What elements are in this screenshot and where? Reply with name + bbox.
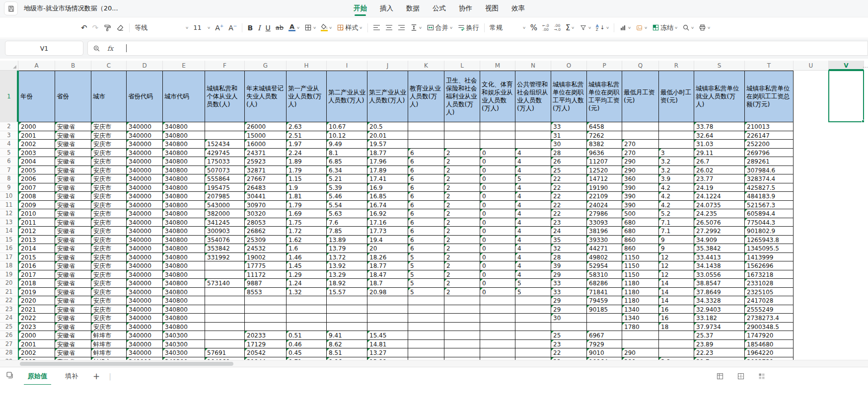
cell-K7[interactable]: 6: [408, 166, 444, 175]
cell-P22[interactable]: 79459: [587, 296, 622, 305]
cell-R25[interactable]: 18: [659, 323, 694, 332]
cell-L5[interactable]: 2: [444, 149, 480, 158]
cell-J15[interactable]: 19.4: [367, 236, 408, 245]
cell-S11[interactable]: 24.0735: [694, 201, 745, 210]
cell-G9[interactable]: 26483: [245, 183, 287, 192]
cell-O5[interactable]: 28: [551, 149, 587, 158]
cell-B25[interactable]: 安徽省: [55, 323, 91, 332]
cell-H10[interactable]: 1.81: [287, 192, 327, 201]
cell-N3[interactable]: [515, 131, 551, 140]
bold-button[interactable]: B: [247, 24, 253, 32]
cell-J13[interactable]: 17.16: [367, 218, 408, 227]
cell-E2[interactable]: 340800: [163, 122, 205, 131]
cell-J6[interactable]: 17.96: [367, 157, 408, 166]
cell-L24[interactable]: [444, 314, 480, 323]
cell-P24[interactable]: [587, 314, 622, 323]
insert-chart-button[interactable]: ∨: [619, 24, 631, 31]
cell-P3[interactable]: 7262: [587, 131, 622, 140]
cell-D16[interactable]: 340000: [127, 244, 163, 253]
cell-E27[interactable]: 340300: [163, 340, 205, 349]
cell-K26[interactable]: [408, 331, 444, 340]
cell-P5[interactable]: 9636: [587, 149, 622, 158]
cell-A6[interactable]: 2004: [18, 157, 55, 166]
cell-O27[interactable]: 23: [551, 340, 587, 349]
menu-tab-6[interactable]: 视图: [485, 0, 499, 17]
cell-M25[interactable]: [480, 323, 515, 332]
row-header-23[interactable]: 23: [0, 305, 18, 314]
cell-A24[interactable]: 2022: [18, 314, 55, 323]
cell-E21[interactable]: 340800: [163, 288, 205, 297]
cell-T7[interactable]: 307984.6: [745, 166, 794, 175]
cell-D3[interactable]: 340000: [127, 131, 163, 140]
cell-D2[interactable]: 340000: [127, 122, 163, 131]
cell-F20[interactable]: 573140: [205, 279, 245, 288]
sheet-list-button[interactable]: [6, 371, 14, 381]
cell-R27[interactable]: [659, 340, 694, 349]
cell-D7[interactable]: 340000: [127, 166, 163, 175]
cell-I8[interactable]: 5.21: [327, 174, 367, 183]
cell-H12[interactable]: 1.69: [287, 209, 327, 218]
cell-A23[interactable]: 2021: [18, 305, 55, 314]
cell-D25[interactable]: 340000: [127, 323, 163, 332]
cell-T27[interactable]: 1854680: [745, 340, 794, 349]
borders-button[interactable]: ∨: [304, 24, 316, 31]
cell-A19[interactable]: 2017: [18, 270, 55, 279]
align-center-button[interactable]: [385, 24, 393, 31]
cell-L14[interactable]: 2: [444, 227, 480, 236]
cell-B26[interactable]: 安徽省: [55, 331, 91, 340]
cell-E11[interactable]: 340800: [163, 201, 205, 210]
cell-G13[interactable]: 28053: [245, 218, 287, 227]
cell-C6[interactable]: 安庆市: [91, 157, 127, 166]
cell-H15[interactable]: 1.62: [287, 236, 327, 245]
cell-L15[interactable]: 2: [444, 236, 480, 245]
row-header-2[interactable]: 2: [0, 122, 18, 131]
cell-K19[interactable]: 5: [408, 270, 444, 279]
cell-T5[interactable]: 269796: [745, 149, 794, 158]
cell-Q14[interactable]: 680: [622, 227, 659, 236]
row-header-1[interactable]: 1: [0, 71, 18, 122]
cell-T23[interactable]: 2555249: [745, 305, 794, 314]
cell-M8[interactable]: 0: [480, 174, 515, 183]
cell-Q19[interactable]: 1150: [622, 270, 659, 279]
page-layout-icon[interactable]: [737, 372, 745, 380]
cell-A21[interactable]: 2019: [18, 288, 55, 297]
cell-B19[interactable]: 安徽省: [55, 270, 91, 279]
cell-D19[interactable]: 340000: [127, 270, 163, 279]
cell-A5[interactable]: 2003: [18, 149, 55, 158]
cell-A3[interactable]: 2001: [18, 131, 55, 140]
align-left-button[interactable]: [373, 24, 380, 31]
cell-J7[interactable]: 17.89: [367, 166, 408, 175]
cell-O1[interactable]: 城镇非私营单位在岗职工平均人数(万人): [551, 71, 587, 122]
cell-R21[interactable]: 14: [659, 288, 694, 297]
cell-A13[interactable]: 2011: [18, 218, 55, 227]
cell-Q25[interactable]: 1780: [622, 323, 659, 332]
cell-N25[interactable]: [515, 323, 551, 332]
cell-Q20[interactable]: 1180: [622, 279, 659, 288]
cell-C21[interactable]: 安庆市: [91, 288, 127, 297]
cell-Q4[interactable]: 270: [622, 140, 659, 149]
cell-J19[interactable]: 18.47: [367, 270, 408, 279]
cell-C9[interactable]: 安庆市: [91, 183, 127, 192]
cell-H11[interactable]: 1.79: [287, 201, 327, 210]
eraser-button[interactable]: [116, 24, 124, 32]
row-header-18[interactable]: 18: [0, 261, 18, 270]
cell-I9[interactable]: 5.39: [327, 183, 367, 192]
cell-J9[interactable]: 16.9: [367, 183, 408, 192]
cell-E16[interactable]: 340800: [163, 244, 205, 253]
cell-A28[interactable]: 2002: [18, 348, 55, 357]
cell-I5[interactable]: 8.1: [327, 149, 367, 158]
cell-A17[interactable]: 2015: [18, 253, 55, 262]
cell-K21[interactable]: 5: [408, 288, 444, 297]
col-header-H[interactable]: H: [287, 61, 327, 71]
cell-Q17[interactable]: 1150: [622, 253, 659, 262]
cell-H28[interactable]: 0.45: [287, 348, 327, 357]
cell-L4[interactable]: [444, 140, 480, 149]
cell-P19[interactable]: 58310: [587, 270, 622, 279]
cell-G20[interactable]: 9887: [245, 279, 287, 288]
cell-Q21[interactable]: 1180: [622, 288, 659, 297]
cell-D18[interactable]: 340000: [127, 261, 163, 270]
cell-F10[interactable]: 207985: [205, 192, 245, 201]
cell-I6[interactable]: 6.85: [327, 157, 367, 166]
cell-N11[interactable]: 4: [515, 201, 551, 210]
cell-L25[interactable]: [444, 323, 480, 332]
